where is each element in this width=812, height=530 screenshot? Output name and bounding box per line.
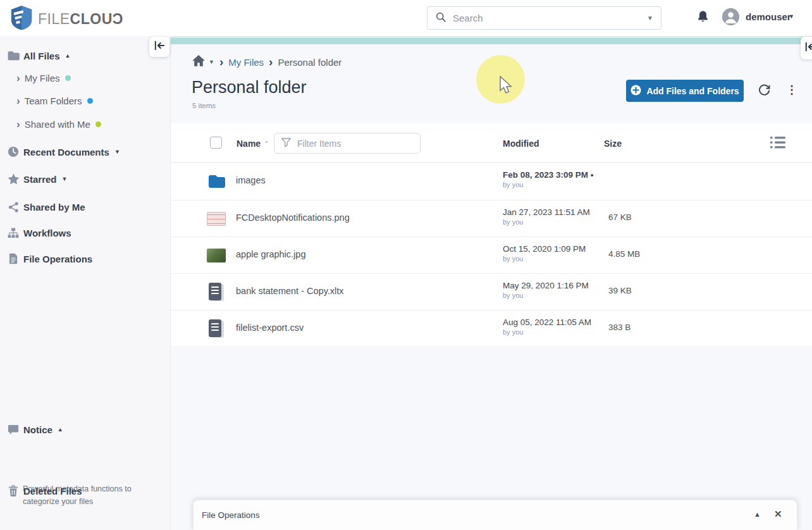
filter-input[interactable] <box>297 139 414 149</box>
search-scope-caret-icon[interactable]: ▼ <box>647 15 653 22</box>
search-bar[interactable]: ▼ <box>427 6 661 30</box>
sidebar-item-workflows[interactable]: Workflows <box>0 223 171 243</box>
user-avatar[interactable] <box>722 8 739 25</box>
document-icon <box>206 319 227 338</box>
modified-by: by you <box>503 218 590 226</box>
caret-up-icon: ▲ <box>58 426 63 433</box>
add-files-button[interactable]: Add Files and Folders <box>626 80 744 102</box>
breadcrumb-separator-icon: › <box>269 56 273 68</box>
user-menu-caret-icon[interactable]: ▼ <box>789 13 794 20</box>
table-row[interactable]: FCDesktopNotifications.png Jan 27, 2023 … <box>171 200 812 237</box>
sidebar-item-label: Notice <box>23 424 52 435</box>
file-name[interactable]: FCDesktopNotifications.png <box>236 213 350 223</box>
table-row[interactable]: apple graphic.jpg Oct 15, 2020 1:09 PM b… <box>171 237 812 273</box>
status-dot-green <box>95 121 101 127</box>
more-options-icon[interactable]: ⋮ <box>786 83 796 97</box>
sidebar-item-label: Shared by Me <box>23 202 85 213</box>
modified-date: Aug 05, 2022 11:05 AM <box>503 317 591 327</box>
top-bar: FILECLOUƆ ▼ demouser ▼ <box>0 0 812 36</box>
file-size: 67 KB <box>608 213 632 222</box>
user-menu[interactable]: demouser <box>746 11 791 22</box>
sidebar-item-shared-by-me[interactable]: Shared by Me <box>0 197 171 217</box>
list-view-icon[interactable] <box>770 136 785 152</box>
image-thumbnail <box>206 249 227 262</box>
file-icon <box>6 253 20 264</box>
folder-icon <box>6 51 20 61</box>
table-row[interactable]: images Feb 08, 2023 3:09 PM • by you <box>171 163 812 200</box>
modified-by: by you <box>503 255 586 262</box>
modified-cell: Aug 05, 2022 11:05 AM by you <box>503 317 591 336</box>
modified-by: by you <box>503 328 591 336</box>
sidebar-item-my-files[interactable]: › My Files <box>0 68 171 88</box>
modified-by: by you <box>503 181 594 188</box>
column-header-modified[interactable]: Modified <box>503 139 539 149</box>
column-header-size[interactable]: Size <box>604 139 622 149</box>
workflow-icon <box>6 228 20 238</box>
chevron-right-icon: › <box>16 73 20 83</box>
sidebar-item-all-files[interactable]: All Files ▲ <box>0 46 171 66</box>
notice-icon <box>6 424 20 435</box>
file-size: 383 B <box>608 323 631 332</box>
table-row[interactable]: bank statement - Copy.xltx May 29, 2020 … <box>171 273 812 310</box>
items-count: 5 items <box>192 102 216 109</box>
document-icon <box>206 283 227 302</box>
chevron-right-icon: › <box>16 119 20 130</box>
sidebar-item-recent-documents[interactable]: Recent Documents ▼ <box>0 142 171 162</box>
sidebar-item-label: Shared with Me <box>25 119 90 130</box>
mouse-cursor <box>499 76 515 97</box>
caret-up-icon: ▲ <box>65 52 71 59</box>
trash-icon <box>6 485 20 496</box>
sidebar-item-label: Workflows <box>23 228 71 238</box>
chevron-right-icon: › <box>16 96 20 106</box>
modified-date: Jan 27, 2023 11:51 AM <box>503 207 590 217</box>
file-name[interactable]: images <box>236 175 266 185</box>
search-input[interactable] <box>453 13 647 23</box>
modified-date: May 29, 2020 1:16 PM <box>503 281 589 290</box>
page-title: Personal folder <box>192 78 307 97</box>
sidebar-item-label: My Files <box>25 73 60 83</box>
file-size: 4.85 MB <box>608 249 640 259</box>
sidebar-item-starred[interactable]: Starred ▼ <box>0 169 171 189</box>
modified-cell: Oct 15, 2020 1:09 PM by you <box>503 244 586 262</box>
modified-cell: May 29, 2020 1:16 PM by you <box>503 281 589 299</box>
filecloud-logo-text: FILECLOUƆ <box>38 11 123 28</box>
file-operations-panel: File Operations ▲ ✕ <box>193 500 797 530</box>
filecloud-logo-icon <box>10 5 33 33</box>
panel-collapse-caret-icon[interactable]: ▲ <box>754 510 761 518</box>
clock-icon <box>6 146 20 157</box>
file-name[interactable]: bank statement - Copy.xltx <box>236 286 344 296</box>
status-dot-teal <box>65 75 71 81</box>
caret-down-icon: ▼ <box>114 149 120 155</box>
status-dot-blue <box>87 98 93 104</box>
close-icon[interactable]: ✕ <box>774 508 782 520</box>
home-icon[interactable] <box>192 54 206 70</box>
refresh-icon[interactable] <box>758 84 771 100</box>
panel-collapse-button[interactable] <box>801 37 812 59</box>
share-icon <box>6 202 20 213</box>
breadcrumb-link-my-files[interactable]: My Files <box>228 57 264 68</box>
sidebar-collapse-button[interactable] <box>149 37 169 57</box>
star-icon <box>6 173 20 185</box>
caret-down-icon: ▼ <box>62 176 68 182</box>
select-all-checkbox[interactable] <box>210 137 222 149</box>
sort-ascending-icon[interactable]: ⌃ <box>264 140 269 148</box>
column-header-name[interactable]: Name <box>237 139 261 149</box>
modified-cell: Feb 08, 2023 3:09 PM • by you <box>503 170 594 188</box>
funnel-icon <box>281 137 292 150</box>
sidebar: All Files ▲ › My Files › Team Folders › … <box>0 36 171 530</box>
sidebar-item-shared-with-me[interactable]: › Shared with Me <box>0 114 171 134</box>
sidebar-item-file-operations[interactable]: File Operations <box>0 249 171 269</box>
breadcrumb-home-caret-icon[interactable]: ▼ <box>209 59 214 65</box>
sidebar-item-notice[interactable]: Notice ▲ <box>0 419 171 440</box>
file-name[interactable]: apple graphic.jpg <box>236 249 305 259</box>
file-name[interactable]: filelist-export.csv <box>236 323 304 333</box>
sidebar-item-team-folders[interactable]: › Team Folders <box>0 90 171 111</box>
sidebar-item-deleted-files[interactable]: Deleted Files <box>0 481 171 501</box>
modified-cell: Jan 27, 2023 11:51 AM by you <box>503 207 590 226</box>
table-row[interactable]: filelist-export.csv Aug 05, 2022 11:05 A… <box>171 310 812 347</box>
filter-box[interactable] <box>274 133 421 154</box>
sidebar-item-label: Starred <box>23 174 57 185</box>
breadcrumb-current: Personal folder <box>278 57 341 68</box>
filecloud-logo[interactable]: FILECLOUƆ <box>10 5 123 33</box>
notifications-bell-icon[interactable] <box>696 9 710 27</box>
